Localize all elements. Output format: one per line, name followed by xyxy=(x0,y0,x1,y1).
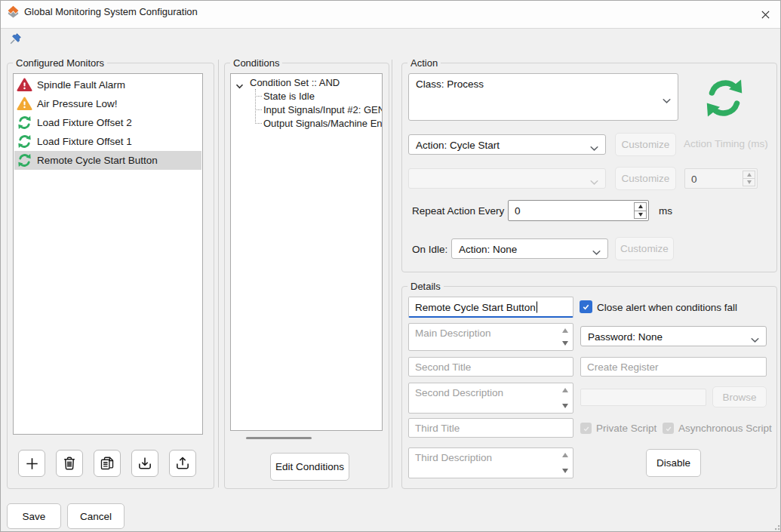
spin-up-button[interactable] xyxy=(635,203,646,211)
tree-node-root[interactable]: Condition Set :: AND xyxy=(250,76,340,89)
monitor-item-label: Load Fixture Offset 1 xyxy=(37,136,132,147)
save-button[interactable]: Save xyxy=(7,503,61,529)
pin-icon[interactable] xyxy=(9,32,23,45)
chevron-down-icon xyxy=(592,246,601,251)
third-title-placeholder: Third Title xyxy=(415,423,460,434)
action-timing-label: Action Timing (ms) xyxy=(684,138,768,149)
action-select[interactable]: Action: Cycle Start xyxy=(408,134,606,155)
action-class-select[interactable]: Class: Process xyxy=(408,73,678,121)
conditions-tree: Condition Set :: AND State is Idle Input… xyxy=(230,73,383,431)
global-monitoring-config-dialog: Global Monitoring System Configuration C… xyxy=(0,0,781,532)
second-title-input[interactable]: Second Title xyxy=(408,357,573,377)
asynchronous-script-label: Asynchronous Script xyxy=(678,423,772,434)
title-bar: Global Monitoring System Configuration xyxy=(1,1,780,29)
monitor-title-input[interactable]: Remote Cycle Start Button xyxy=(408,297,573,318)
edit-conditions-button[interactable]: Edit Conditions xyxy=(270,453,349,481)
tree-node[interactable]: Input Signals/Input #2: GEN xyxy=(263,103,383,116)
on-idle-label: On Idle: xyxy=(412,244,447,255)
third-description-placeholder: Third Description xyxy=(415,452,492,463)
asynchronous-script-checkbox xyxy=(663,423,674,434)
monitor-item[interactable]: Spindle Fault Alarm xyxy=(14,75,201,94)
create-register-placeholder: Create Register xyxy=(587,361,659,373)
action-label: Action xyxy=(407,57,441,69)
details-label: Details xyxy=(407,280,444,293)
refresh-icon xyxy=(17,152,32,168)
text-cursor xyxy=(537,301,537,312)
chevron-down-icon xyxy=(590,142,598,147)
second-title-placeholder: Second Title xyxy=(415,361,471,373)
chevron-down-icon xyxy=(663,94,671,100)
scroll-up-icon xyxy=(562,453,568,457)
second-description-placeholder: Second Description xyxy=(415,387,503,398)
monitor-item-label: Spindle Fault Alarm xyxy=(37,79,125,91)
add-monitor-button[interactable] xyxy=(18,450,45,477)
import-monitor-button[interactable] xyxy=(131,450,158,477)
alert-warning-icon xyxy=(17,96,32,112)
close-alert-checkbox[interactable] xyxy=(580,300,592,313)
disable-button[interactable]: Disable xyxy=(646,449,701,477)
window-title: Global Monitoring System Configuration xyxy=(24,1,198,23)
browse-button: Browse xyxy=(712,386,767,407)
password-select[interactable]: Password: None xyxy=(580,326,767,346)
action-select-value: Action: Cycle Start xyxy=(416,139,500,150)
tree-node[interactable]: State is Idle xyxy=(263,90,315,103)
horizontal-scrollbar-thumb[interactable] xyxy=(246,437,312,439)
second-description-input[interactable]: Second Description xyxy=(408,383,573,414)
repeat-action-label: Repeat Action Every xyxy=(412,205,504,217)
spin-down-button xyxy=(743,178,755,186)
chevron-down-icon[interactable] xyxy=(235,78,244,84)
panel-splitter[interactable] xyxy=(218,60,219,487)
main-description-placeholder: Main Description xyxy=(415,328,491,339)
configured-monitors-label: Configured Monitors xyxy=(13,57,107,69)
action-class-value: Class: Process xyxy=(416,78,484,90)
close-alert-label: Close alert when conditions fall xyxy=(597,302,737,313)
duplicate-monitor-button[interactable] xyxy=(94,450,121,477)
export-monitor-button[interactable] xyxy=(169,450,196,477)
monitor-item-label: Load Fixture Offset 2 xyxy=(37,117,132,128)
repeat-unit-label: ms xyxy=(659,205,672,217)
monitor-item-label: Air Pressure Low! xyxy=(37,98,118,109)
chevron-down-icon xyxy=(751,334,759,339)
third-description-input[interactable]: Third Description xyxy=(408,447,573,478)
tree-node[interactable]: Output Signals/Machine Ena xyxy=(263,117,383,130)
password-select-value: Password: None xyxy=(588,331,663,342)
scroll-down-icon xyxy=(562,469,568,473)
close-icon[interactable] xyxy=(755,5,775,23)
on-idle-action-select[interactable]: Action: None xyxy=(451,238,608,259)
scroll-up-icon xyxy=(562,328,568,333)
action-timing-refresh-icon xyxy=(702,75,747,121)
panel-splitter[interactable] xyxy=(392,60,392,487)
scroll-down-icon xyxy=(562,404,568,408)
cancel-button[interactable]: Cancel xyxy=(67,503,125,529)
repeat-interval-spinner[interactable]: 0 xyxy=(508,200,649,221)
chevron-down-icon xyxy=(590,176,598,181)
delete-monitor-button[interactable] xyxy=(56,450,83,477)
create-register-input[interactable]: Create Register xyxy=(580,357,767,377)
spin-up-button xyxy=(743,171,755,178)
monitor-item-selected[interactable]: Remote Cycle Start Button xyxy=(14,151,201,170)
monitor-item[interactable]: Load Fixture Offset 2 xyxy=(14,113,201,132)
customize-action-button: Customize xyxy=(615,133,676,156)
resize-grip[interactable] xyxy=(772,523,780,531)
monitor-item[interactable]: Air Pressure Low! xyxy=(14,94,201,113)
refresh-icon xyxy=(17,115,32,131)
monitor-title-value: Remote Cycle Start Button xyxy=(415,301,536,312)
private-script-label: Private Script xyxy=(596,423,656,434)
spin-down-button[interactable] xyxy=(635,211,646,219)
spinner-buttons xyxy=(743,171,755,186)
third-title-input[interactable]: Third Title xyxy=(408,418,573,438)
action-timing-value: 0 xyxy=(691,173,697,184)
main-description-input[interactable]: Main Description xyxy=(408,323,573,351)
on-idle-action-value: Action: None xyxy=(459,243,517,254)
tree-connector xyxy=(255,109,262,110)
customize-secondary-button: Customize xyxy=(615,167,676,190)
scroll-down-icon xyxy=(562,341,568,346)
alert-critical-icon xyxy=(17,77,32,93)
private-script-checkbox xyxy=(580,423,592,434)
secondary-action-select xyxy=(408,168,606,189)
scroll-up-icon xyxy=(562,388,568,392)
app-logo-icon xyxy=(7,5,20,18)
conditions-label: Conditions xyxy=(230,57,282,69)
tree-connector xyxy=(255,123,262,124)
monitor-item[interactable]: Load Fixture Offset 1 xyxy=(14,132,201,151)
